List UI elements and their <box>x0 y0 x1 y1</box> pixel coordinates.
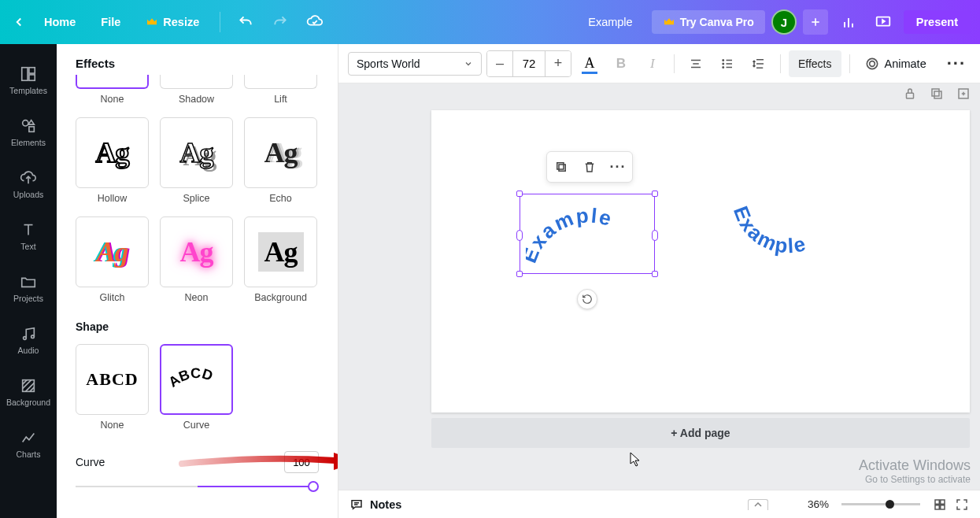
try-pro-button[interactable]: Try Canva Pro <box>652 10 765 34</box>
effect-echo[interactable]: Ag <box>244 117 317 188</box>
shape-none[interactable]: ABCD <box>76 344 149 415</box>
try-pro-label: Try Canva Pro <box>680 16 754 28</box>
svg-marker-6 <box>882 20 885 23</box>
svg-text:ABCD: ABCD <box>165 365 214 390</box>
svg-marker-12 <box>28 120 34 125</box>
notes-icon <box>349 498 364 512</box>
cloud-sync-icon[interactable] <box>301 8 329 36</box>
resize-menu[interactable]: Resize <box>136 11 209 33</box>
svg-point-32 <box>723 66 724 68</box>
effect-none[interactable] <box>76 75 149 89</box>
effect-label: Glitch <box>100 292 125 303</box>
effect-neon[interactable]: Ag <box>160 216 233 287</box>
svg-rect-39 <box>907 93 914 98</box>
effect-lift[interactable] <box>244 75 317 89</box>
add-page-icon[interactable] <box>956 87 972 102</box>
animate-label: Animate <box>885 57 926 70</box>
avatar[interactable]: J <box>771 9 797 35</box>
present-button[interactable]: Present <box>904 10 971 34</box>
font-family-select[interactable]: Sports World <box>348 52 482 76</box>
shape-curve[interactable]: ABCD <box>160 344 233 415</box>
curve-value-input[interactable] <box>284 451 319 473</box>
effect-hollow[interactable]: Ag <box>76 117 149 188</box>
duplicate-button[interactable] <box>553 158 570 176</box>
effect-label: Neon <box>185 292 209 303</box>
animate-button[interactable]: Animate <box>858 56 933 72</box>
font-name: Sports World <box>357 57 420 70</box>
font-size-increase[interactable]: + <box>545 51 571 76</box>
effect-splice[interactable]: Ag <box>160 117 233 188</box>
nav-label: Charts <box>17 450 41 459</box>
file-menu[interactable]: File <box>91 11 130 33</box>
zoom-value[interactable]: 36% <box>808 498 829 510</box>
canvas-area[interactable]: ··· Example Example + Add page Activate … <box>338 83 980 490</box>
redo-button[interactable] <box>266 8 294 36</box>
effect-label: Splice <box>183 193 209 204</box>
nav-elements[interactable]: Elements <box>0 107 57 157</box>
element-more-button[interactable]: ··· <box>609 158 627 176</box>
windows-watermark: Activate Windows Go to Settings to activ… <box>859 457 971 485</box>
nav-audio[interactable]: Audio <box>0 315 57 365</box>
svg-point-17 <box>31 335 35 339</box>
bold-button[interactable]: B <box>608 50 634 77</box>
more-button[interactable]: ··· <box>942 54 971 74</box>
nav-background[interactable]: Background <box>0 367 57 417</box>
curve-slider-label: Curve <box>76 456 105 468</box>
svg-rect-54 <box>941 505 945 509</box>
crown-icon <box>146 16 158 28</box>
nav-projects[interactable]: Projects <box>0 263 57 313</box>
effect-background[interactable]: Ag <box>244 216 317 287</box>
list-button[interactable] <box>714 50 741 77</box>
separator <box>674 54 675 73</box>
home-menu[interactable]: Home <box>35 11 85 33</box>
effect-shadow[interactable] <box>160 75 233 89</box>
spacing-button[interactable] <box>745 50 772 77</box>
insights-button[interactable] <box>834 8 863 36</box>
notes-button[interactable]: Notes <box>349 498 401 512</box>
font-size-decrease[interactable]: – <box>487 51 512 76</box>
document-name[interactable]: Example <box>575 16 645 28</box>
font-size-input[interactable] <box>512 51 545 76</box>
curved-text-2[interactable]: Example <box>724 194 853 272</box>
animate-icon <box>864 56 880 72</box>
nav-label: Projects <box>13 294 43 303</box>
share-add-button[interactable] <box>803 9 828 35</box>
fullscreen-icon[interactable] <box>955 498 969 512</box>
svg-point-37 <box>867 58 877 68</box>
effect-glitch[interactable]: Ag <box>76 216 149 287</box>
lock-icon[interactable] <box>903 87 919 102</box>
effect-label: Background <box>254 292 307 303</box>
back-button[interactable] <box>9 13 28 31</box>
align-button[interactable] <box>682 50 709 77</box>
italic-button[interactable]: I <box>639 50 666 77</box>
grid-view-icon[interactable] <box>933 498 947 512</box>
svg-rect-53 <box>935 505 939 509</box>
svg-rect-8 <box>29 68 35 73</box>
effects-button[interactable]: Effects <box>789 50 841 77</box>
add-page-button[interactable]: + Add page <box>431 418 970 448</box>
effect-label: Shadow <box>179 94 214 105</box>
zoom-slider[interactable] <box>841 503 920 505</box>
nav-templates[interactable]: Templates <box>0 55 57 105</box>
shape-section-title: Shape <box>76 320 319 333</box>
effect-label: Echo <box>269 193 292 204</box>
resize-label: Resize <box>163 16 199 28</box>
nav-text[interactable]: Text <box>0 211 57 261</box>
svg-point-28 <box>723 59 724 61</box>
rotate-handle[interactable] <box>577 289 597 309</box>
svg-rect-7 <box>22 68 28 81</box>
separator <box>780 54 781 73</box>
duplicate-page-icon[interactable] <box>930 87 945 102</box>
font-color-button[interactable]: A <box>576 50 603 77</box>
canvas-page[interactable] <box>431 110 970 413</box>
delete-button[interactable] <box>581 158 598 176</box>
nav-charts[interactable]: Charts <box>0 419 57 469</box>
nav-uploads[interactable]: Uploads <box>0 159 57 209</box>
curve-slider[interactable] <box>76 481 319 492</box>
undo-button[interactable] <box>231 8 260 36</box>
selection-box[interactable] <box>520 194 655 274</box>
present-mode-icon[interactable] <box>869 8 897 36</box>
page-navigator[interactable] <box>748 499 768 510</box>
svg-point-30 <box>723 63 724 65</box>
svg-rect-52 <box>941 500 945 504</box>
